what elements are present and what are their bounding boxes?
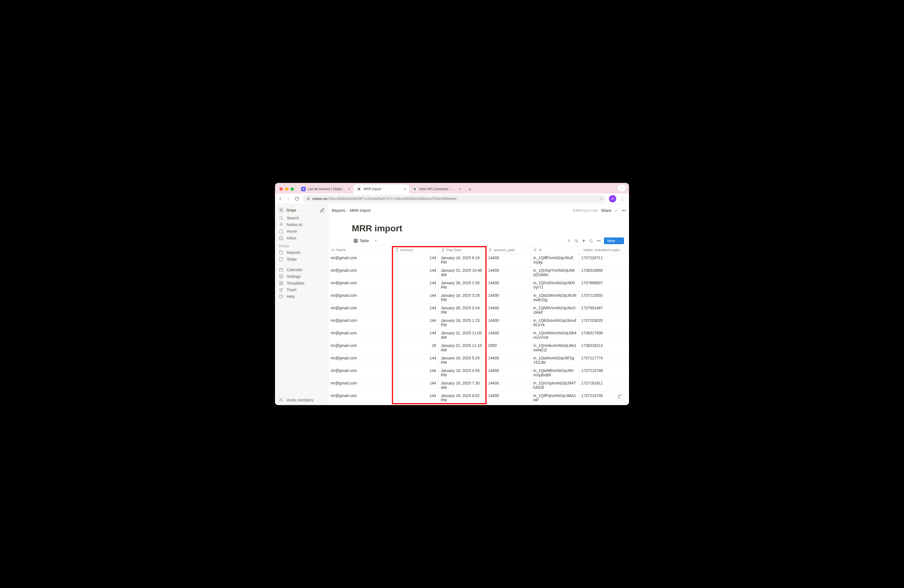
- cell-amount[interactable]: 144: [392, 304, 439, 316]
- cell-id[interactable]: in_1QifPqIvnhti2qU98A1HP: [531, 392, 579, 404]
- cell-amount-paid[interactable]: 14400: [486, 392, 531, 404]
- cell-status[interactable]: 1737181811: [579, 379, 625, 392]
- cell-pay-date[interactable]: January 18, 2025 6:18 PM: [439, 254, 486, 266]
- cell-id[interactable]: in_1QiettIvnhti2qU9F2gYhZJM: [531, 354, 579, 367]
- cell-pay-date[interactable]: January 26, 2025 2:35 PM: [439, 279, 486, 291]
- cell-pay-date[interactable]: January 18, 2025 3:29 PM: [439, 291, 486, 304]
- cell-name[interactable]: mr@gmail.com: [329, 304, 392, 316]
- cell-amount-paid[interactable]: 14400: [486, 266, 531, 279]
- cell-status[interactable]: 1738317938: [579, 329, 625, 341]
- table-row[interactable]: mr@gmail.com144January 31, 2025 11:05 AM…: [329, 329, 629, 341]
- search-database-button[interactable]: [589, 239, 593, 243]
- table-row[interactable]: mr@gmail.com144January 18, 2025 3:29 PM1…: [329, 291, 629, 304]
- cell-amount-paid[interactable]: 14400: [486, 329, 531, 341]
- bookmark-button[interactable]: ☆: [599, 196, 603, 201]
- table-row[interactable]: mr@gmail.com144January 18, 2025 4:55 PM1…: [329, 367, 629, 379]
- minimize-window-button[interactable]: [285, 187, 288, 191]
- cell-status[interactable]: 1737210550: [579, 291, 625, 304]
- database-more-button[interactable]: •••: [596, 239, 601, 243]
- compose-button[interactable]: [320, 208, 325, 213]
- cell-status[interactable]: 1737203020: [579, 316, 625, 329]
- column-header-pay-date[interactable]: Pay Date: [439, 246, 486, 254]
- cell-name[interactable]: mr@gmail.com: [329, 392, 392, 404]
- cell-name[interactable]: mr@gmail.com: [329, 266, 392, 279]
- add-view-button[interactable]: +: [373, 238, 378, 243]
- cell-id[interactable]: in_1QnHAuIvnhti2qU9e1owNCiZ: [531, 341, 579, 354]
- table-row[interactable]: mr@gmail.com144January 26, 2025 2:35 PM1…: [329, 279, 629, 291]
- cell-id[interactable]: in_1Qid1MIvnhti2qU9UNewB15g: [531, 291, 579, 304]
- cell-pay-date[interactable]: January 31, 2025 10:48 AM: [439, 266, 486, 279]
- close-tab-button[interactable]: ×: [348, 187, 350, 191]
- cell-amount-paid[interactable]: 2900: [486, 341, 531, 354]
- back-button[interactable]: [278, 196, 283, 201]
- close-tab-button[interactable]: ×: [459, 187, 461, 191]
- cell-pay-date[interactable]: January 18, 2025 1:23 PM: [439, 316, 486, 329]
- tab-overflow-button[interactable]: [618, 185, 626, 191]
- table-row[interactable]: mr@gmail.com29January 31, 2025 11:10 AM2…: [329, 341, 629, 354]
- cell-id[interactable]: in_1QlWlVIvnhti2qU9uOzlAkif: [531, 304, 579, 316]
- browser-tab[interactable]: NNote API Connector - App×: [409, 185, 465, 193]
- cell-name[interactable]: mr@gmail.com: [329, 379, 392, 392]
- table-row[interactable]: mr@gmail.com144January 31, 2025 10:48 AM…: [329, 266, 629, 279]
- cell-id[interactable]: in_1QlVzRIvnhti2qU9lXlVyr71: [531, 279, 579, 291]
- cell-pay-date[interactable]: January 18, 2025 6:02 PM: [439, 392, 486, 404]
- cell-name[interactable]: mr@gmail.com: [329, 329, 392, 341]
- column-header-name[interactable]: Aa Name: [329, 246, 392, 254]
- breadcrumb-item[interactable]: Reports: [332, 208, 345, 213]
- column-header-id[interactable]: id: [531, 246, 579, 254]
- cell-amount[interactable]: 144: [392, 367, 439, 379]
- cell-pay-date[interactable]: January 26, 2025 3:24 PM: [439, 304, 486, 316]
- cell-amount-paid[interactable]: 14400: [486, 379, 531, 392]
- column-header-amount-paid[interactable]: amount_paid: [486, 246, 531, 254]
- new-row-button[interactable]: New ⌄: [604, 237, 624, 244]
- cell-pay-date[interactable]: January 18, 2025 5:29 PM: [439, 354, 486, 367]
- sort-button[interactable]: [574, 239, 578, 243]
- cell-amount[interactable]: 144: [392, 329, 439, 341]
- cell-name[interactable]: mr@gmail.com: [329, 279, 392, 291]
- cell-amount[interactable]: 144: [392, 279, 439, 291]
- cell-name[interactable]: mr@gmail.com: [329, 341, 392, 354]
- cell-amount[interactable]: 144: [392, 254, 439, 266]
- cell-status[interactable]: 1738318214: [579, 341, 625, 354]
- cell-id[interactable]: in_1QiffFIvnhti2qU9IuEmyfgi: [531, 254, 579, 266]
- sidebar-page-stripe[interactable]: Stripe: [276, 256, 327, 262]
- address-bar[interactable]: notion.so/19fce380694c80828f71c5104df9d3…: [303, 195, 606, 203]
- cell-amount-paid[interactable]: 14400: [486, 291, 531, 304]
- cell-pay-date[interactable]: January 18, 2025 7:30 AM: [439, 379, 486, 392]
- sidebar-page-reports[interactable]: Reports: [276, 249, 327, 256]
- filter-button[interactable]: [567, 239, 571, 243]
- cell-amount[interactable]: 144: [392, 354, 439, 367]
- favorite-button[interactable]: ☆: [615, 208, 618, 213]
- cell-status[interactable]: 1737898507: [579, 279, 625, 291]
- maximize-window-button[interactable]: [291, 187, 294, 191]
- close-tab-button[interactable]: ×: [403, 187, 406, 191]
- cell-amount-paid[interactable]: 14400: [486, 279, 531, 291]
- cell-amount[interactable]: 29: [392, 341, 439, 354]
- cell-amount-paid[interactable]: 14400: [486, 354, 531, 367]
- invite-members-button[interactable]: Invite members: [276, 397, 327, 403]
- table-row[interactable]: mr@gmail.com144January 18, 2025 7:30 AM1…: [329, 379, 629, 392]
- cell-name[interactable]: mr@gmail.com: [329, 291, 392, 304]
- cell-name[interactable]: mr@gmail.com: [329, 354, 392, 367]
- forward-button[interactable]: [286, 196, 292, 201]
- cell-status[interactable]: 1737215748: [579, 367, 625, 379]
- table-row[interactable]: mr@gmail.com144January 18, 2025 6:18 PM1…: [329, 254, 629, 266]
- sidebar-item-notion-ai[interactable]: Notion AI: [276, 221, 327, 228]
- workspace-switcher[interactable]: S Stripe ⌄: [276, 206, 327, 215]
- cell-name[interactable]: mr@gmail.com: [329, 316, 392, 329]
- close-window-button[interactable]: [280, 187, 283, 191]
- cell-amount-paid[interactable]: 14400: [486, 254, 531, 266]
- cell-pay-date[interactable]: January 31, 2025 11:10 AM: [439, 341, 486, 354]
- cell-status[interactable]: 1737217774: [579, 354, 625, 367]
- column-header-amount[interactable]: Amount: [392, 246, 439, 254]
- cell-pay-date[interactable]: January 31, 2025 11:05 AM: [439, 329, 486, 341]
- table-row[interactable]: mr@gmail.com144January 18, 2025 1:23 PM1…: [329, 316, 629, 329]
- sidebar-item-search[interactable]: Search: [276, 215, 327, 221]
- column-header-status[interactable]: status_transitions.paid…: [579, 246, 625, 254]
- page-title[interactable]: MRR import: [329, 217, 629, 236]
- sidebar-item-home[interactable]: Home: [276, 228, 327, 235]
- share-button[interactable]: Share: [601, 208, 611, 213]
- site-settings-icon[interactable]: [306, 197, 310, 201]
- cell-id[interactable]: in_1Qib3uIvnhti2qU9mufRLkYk: [531, 316, 579, 329]
- cell-amount[interactable]: 144: [392, 266, 439, 279]
